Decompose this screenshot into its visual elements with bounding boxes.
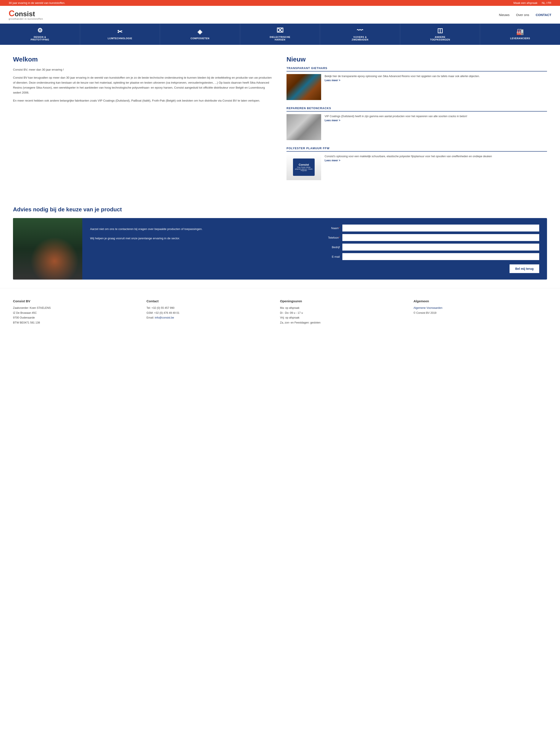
footer-hours-title: Openingsuren: [280, 299, 409, 303]
news-text-p-plamuur: Consist's oplossing voor een makkelijk s…: [325, 154, 492, 158]
footer-contact-title: Contact: [147, 299, 276, 303]
news-img-giethars: [286, 74, 321, 100]
cat-leveranciers[interactable]: 🏭 LEVERANCIERS: [480, 23, 560, 45]
footer-general-title: Algemeen: [414, 299, 543, 303]
footer-voorwaarden-link[interactable]: Algemene Voorwaarden: [414, 307, 442, 310]
cat-composieten[interactable]: ◈ COMPOSIETEN: [160, 23, 240, 45]
advice-middle: Aarzel niet om ons te contacteren bij vr…: [82, 218, 314, 280]
advice-text2: Wij helpen je graag vooruit met onze jar…: [90, 236, 307, 241]
footer-tel: Tel: +32 (0) 55 457 990: [147, 306, 276, 311]
news-section: Nieuw TRANSPARANT GIETHARS Bekijk hier d…: [286, 56, 547, 187]
footer-hours-ma: Ma: op afspraak: [280, 306, 409, 311]
footer-contact: Contact Tel: +32 (0) 55 457 990 GSM: +32…: [147, 299, 280, 325]
advice-image: [13, 218, 82, 280]
footer-zaakvoerder: Zaakvoerder: Koen STAELENS: [13, 306, 142, 311]
cat-andere[interactable]: ◫ ANDERETOEPASSINGEN: [400, 23, 480, 45]
welcome-body2: En meer recent hebben ook andere belangr…: [13, 98, 274, 103]
footer-address1: IZ De Bruwaan 45C: [13, 311, 142, 316]
news-item-beton: REPAREREN BETONCRACKS VIP Coatings (Duit…: [286, 107, 547, 140]
main-nav: Nieuws Over ons CONTACT: [499, 13, 551, 17]
footer-hours-vrij: Vrij: op afspraak: [280, 315, 409, 320]
email-input[interactable]: [342, 253, 539, 260]
advice-image-inner: [13, 218, 82, 280]
news-item-plamuur-body: Consist Fine Finish White polyester plam…: [286, 154, 547, 180]
welcome-section: Welkom Consist BV, meer dan 30 jaar erva…: [13, 56, 286, 187]
callback-button[interactable]: Bel mij terug: [509, 264, 539, 273]
cat-design-prototyping[interactable]: ⚙ DESIGN &PROTOTYPING: [0, 23, 80, 45]
news-item-giethars-title: TRANSPARANT GIETHARS: [286, 66, 547, 71]
top-bar: 30 jaar evaring in de wereld van kunstst…: [0, 0, 560, 6]
logo-brand: Consist: [9, 9, 43, 17]
advice-form: Naam* Telefoon* Bedrijf E-mail: [314, 218, 547, 280]
welcome-title: Welkom: [13, 56, 274, 63]
news-item-plamuur-title: POLYESTER PLAMUUR FFW: [286, 147, 547, 151]
footer-address2: 9700 Oudenaarde: [13, 315, 142, 320]
footer-hours-za: Za, zon- en Feestdagen: gesloten: [280, 320, 409, 325]
footer-hours: Openingsuren Ma: op afspraak Di - Do: 09…: [280, 299, 414, 325]
cat-dielectrische-label: DIELECTRISCHEHARSEN: [270, 36, 290, 41]
footer-general: Algemeen Algemene Voorwaarden © Consist …: [414, 299, 547, 325]
leveranciers-icon: 🏭: [516, 29, 524, 35]
cat-design-label: DESIGN &PROTOTYPING: [31, 36, 49, 41]
naam-input[interactable]: [342, 224, 539, 231]
logo-subtitle: groothandel in kunststoffen: [9, 17, 43, 20]
email-label: E-mail: [323, 255, 340, 258]
cat-composieten-label: COMPOSIETEN: [191, 37, 209, 40]
form-row-bedrijf: Bedrijf: [323, 244, 539, 251]
cat-lijm[interactable]: ✂ LIJMTECHNOLOGIE: [80, 23, 160, 45]
dielectrische-icon: ⌧: [277, 27, 284, 33]
can-label: Consist Fine Finish White polyester plam…: [293, 158, 314, 176]
lijm-icon: ✂: [117, 29, 123, 35]
cat-vijvers-label: VIJVERS &ZWEMBADEN: [352, 36, 368, 41]
bedrijf-label: Bedrijf: [323, 246, 340, 249]
form-row-telefoon: Telefoon*: [323, 234, 539, 241]
footer-gsm: GSM: +32 (0) 476 49 49 01: [147, 311, 276, 316]
lees-meer-beton[interactable]: Lees meer >: [325, 119, 340, 122]
topbar-tagline: 30 jaar evaring in de wereld van kunstst…: [9, 1, 65, 5]
category-nav: ⚙ DESIGN &PROTOTYPING ✂ LIJMTECHNOLOGIE …: [0, 23, 560, 45]
telefoon-label: Telefoon*: [323, 236, 340, 239]
news-item-beton-body: VIP Coatings (Duitsland) heeft in zijn g…: [286, 114, 547, 140]
advice-box: Aarzel niet om ons te contacteren bij vr…: [13, 218, 547, 280]
advice-title: Advies nodig bij de keuze van je product: [13, 206, 547, 213]
language-switcher[interactable]: NL / FR: [542, 1, 551, 5]
vijvers-icon: 〰: [357, 27, 363, 33]
header: Consist groothandel in kunststoffen Nieu…: [0, 6, 560, 23]
news-img-plamuur: Consist Fine Finish White polyester plam…: [286, 154, 321, 180]
footer-email: Email: info@consist.be: [147, 315, 276, 320]
footer-company: Consist BV Zaakvoerder: Koen STAELENS IZ…: [13, 299, 147, 325]
news-text-giethars: Bekijk hier de transparante epoxy oploss…: [325, 74, 480, 100]
cat-leveranciers-label: LEVERANCIERS: [510, 37, 530, 40]
cat-vijvers[interactable]: 〰 VIJVERS &ZWEMBADEN: [320, 23, 400, 45]
design-icon: ⚙: [37, 27, 43, 33]
logo[interactable]: Consist groothandel in kunststoffen: [9, 9, 43, 20]
make-appointment-link[interactable]: Maak een afspraak: [513, 1, 538, 5]
footer-copyright: © Consist BV 2019: [414, 311, 543, 316]
footer-company-title: Consist BV: [13, 299, 142, 303]
welcome-body1: Consist BV kan terugvallen op meer dan 3…: [13, 75, 274, 95]
main-content: Welkom Consist BV, meer dan 30 jaar erva…: [0, 45, 560, 198]
footer: Consist BV Zaakvoerder: Koen STAELENS IZ…: [0, 288, 560, 334]
composieten-icon: ◈: [198, 29, 203, 35]
news-text-p-beton: VIP Coatings (Duitsland) heeft in zijn g…: [325, 114, 467, 119]
news-img-beton: [286, 114, 321, 140]
cat-andere-label: ANDERETOEPASSINGEN: [430, 36, 450, 41]
cat-dielectrische[interactable]: ⌧ DIELECTRISCHEHARSEN: [240, 23, 320, 45]
naam-label: Naam*: [323, 226, 340, 230]
form-row-naam: Naam*: [323, 224, 539, 231]
footer-hours-dido: Di - Do: 09 u - 17 u: [280, 311, 409, 316]
nav-contact[interactable]: CONTACT: [536, 13, 551, 17]
advice-section: Advies nodig bij de keuze van je product…: [0, 198, 560, 288]
lees-meer-giethars[interactable]: Lees meer >: [325, 79, 340, 82]
topbar-right: Maak een afspraak NL / FR: [513, 1, 551, 5]
nav-nieuws[interactable]: Nieuws: [499, 13, 509, 17]
logo-rest: onsist: [14, 10, 35, 18]
bedrijf-input[interactable]: [342, 244, 539, 251]
telefoon-input[interactable]: [342, 234, 539, 241]
advice-text1: Aarzel niet om ons te contacteren bij vr…: [90, 227, 307, 232]
form-row-email: E-mail: [323, 253, 539, 260]
nav-over-ons[interactable]: Over ons: [516, 13, 529, 17]
footer-email-link[interactable]: info@consist.be: [155, 316, 174, 319]
welcome-intro: Consist BV, meer dan 30 jaar ervaring !: [13, 67, 274, 72]
lees-meer-plamuur[interactable]: Lees meer >: [325, 159, 340, 162]
